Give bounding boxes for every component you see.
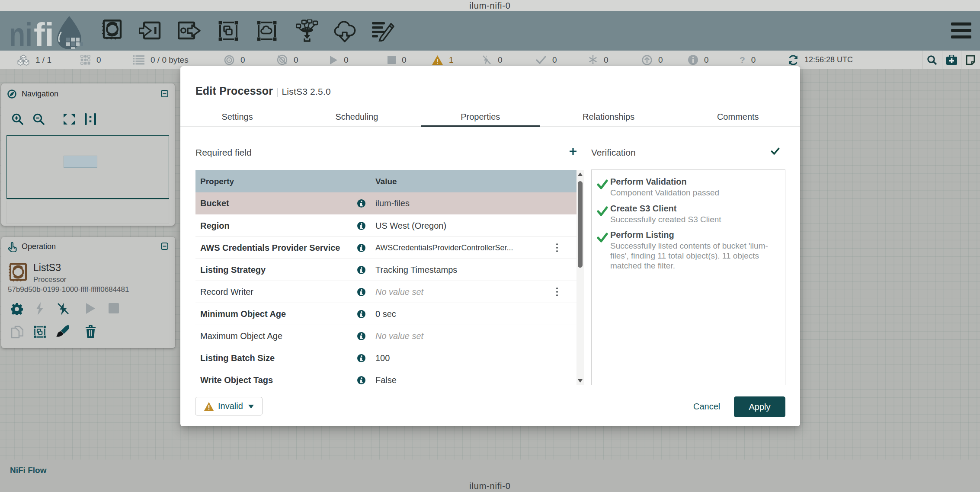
svg-text:ni: ni (9, 16, 32, 49)
svg-text:fi: fi (34, 16, 54, 49)
